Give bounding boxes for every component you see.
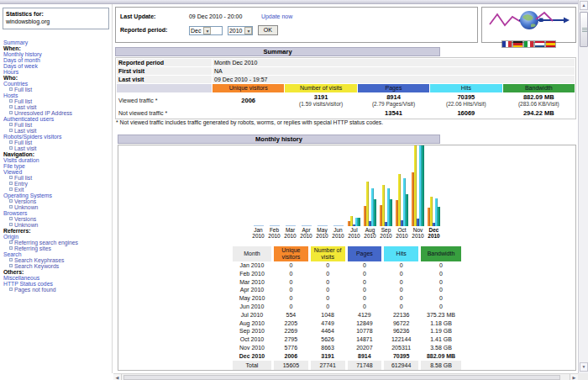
month-name: Apr: [298, 227, 314, 233]
summary-info-row: Reported periodMonth Dec 2010: [117, 59, 575, 66]
sidebar-item-versions[interactable]: Versions: [3, 216, 111, 222]
metric-sub-value: (2.79 Pages/Visit): [360, 101, 428, 108]
chart-bar-group: [410, 145, 426, 226]
language-flags: [482, 35, 575, 50]
table-cell: Nov 2010: [233, 344, 271, 352]
sidebar-item-full-list[interactable]: Full list: [3, 175, 111, 181]
sidebar-item-monthly-history[interactable]: Monthly history: [3, 51, 111, 57]
sidebar-item-label: Referring search engines: [14, 240, 78, 245]
horizontal-scrollbar[interactable]: ◀ ▶: [113, 373, 578, 380]
sidebar-item-last-visit[interactable]: Last visit: [3, 104, 111, 110]
flag-italy-icon[interactable]: [524, 41, 533, 47]
month-year: 2010: [410, 233, 426, 239]
sidebar-item-viewed[interactable]: Viewed: [3, 169, 111, 175]
sidebar-item-label: Navigation:: [3, 151, 34, 157]
table-cell: 0: [421, 294, 461, 303]
sidebar-item-full-list[interactable]: Full list: [3, 87, 111, 92]
chart-bar-group: [378, 145, 394, 226]
sidebar-item-miscellaneous[interactable]: Miscellaneous: [3, 275, 111, 281]
sidebar-item-summary[interactable]: Summary: [3, 40, 111, 45]
sidebar-item-days-of-week[interactable]: Days of week: [3, 63, 111, 69]
update-now-link[interactable]: Update now: [261, 13, 292, 19]
sidebar-item-http-status-codes[interactable]: HTTP Status codes: [3, 281, 111, 287]
info-label: First visit: [117, 67, 212, 75]
month-name: Jul: [346, 227, 362, 233]
sidebar-item-unknown[interactable]: Unknown: [3, 204, 111, 210]
monthly-history-table: MonthUnique visitorsNumber of visitsPage…: [230, 246, 464, 370]
table-cell: 0: [348, 270, 382, 278]
scroll-left-arrow-icon[interactable]: ◀: [113, 374, 122, 380]
sidebar-item-hours[interactable]: Hours: [3, 69, 111, 75]
sidebar-item-full-list[interactable]: Full list: [3, 98, 111, 104]
chart-month-group: Jan2010: [250, 145, 266, 240]
sidebar-item-file-type[interactable]: File type: [3, 163, 111, 169]
sidebar-item-exit[interactable]: Exit: [3, 187, 111, 193]
sidebar-item-authenticated-users[interactable]: Authenticated users: [3, 116, 111, 122]
year-select[interactable]: 2010▼: [228, 26, 253, 35]
sidebar-item-pages-not-found[interactable]: Pages not found: [3, 287, 111, 293]
table-cell: 1.18 GB: [421, 319, 461, 328]
vertical-scrollbar-thumb[interactable]: [580, 12, 588, 47]
sidebar-item-browsers[interactable]: Browsers: [3, 210, 111, 216]
sidebar-item-unresolved-ip-address[interactable]: Unresolved IP Address: [3, 110, 111, 116]
chart-month-group: Sep2010: [378, 145, 394, 240]
month-select[interactable]: Dec▼: [189, 26, 223, 35]
sidebar-item-referring-search-engines[interactable]: Referring search engines: [3, 240, 111, 245]
sidebar-section-header: Referrers:: [3, 228, 111, 234]
sidebar-item-hosts[interactable]: Hosts: [3, 92, 111, 98]
sidebar-item-referring-sites[interactable]: Referring sites: [3, 245, 111, 251]
table-cell: 22136: [384, 311, 418, 319]
table-cell: 14871: [348, 335, 382, 344]
bar-bandwidth-mb-: [406, 194, 408, 226]
month-year: 2010: [378, 233, 394, 239]
metric-value-cell: 8914(2.79 Pages/Visit): [358, 93, 429, 108]
table-cell: 0: [348, 286, 382, 294]
sidebar-item-label: Entry: [14, 181, 28, 187]
ok-button[interactable]: OK: [258, 25, 278, 35]
chart-month-label: Aug2010: [362, 227, 378, 240]
sidebar-item-visits-duration[interactable]: Visits duration: [3, 157, 111, 163]
scroll-down-arrow-icon[interactable]: ▼: [580, 362, 588, 372]
sidebar-item-full-list[interactable]: Full list: [3, 122, 111, 128]
zero-value-dash: [270, 225, 280, 226]
chart-month-group: Jun2010: [330, 145, 346, 240]
flag-netherlands-icon[interactable]: [535, 41, 544, 47]
scroll-up-arrow-icon[interactable]: ▲: [580, 1, 588, 10]
chart-month-group: Apr2010: [298, 145, 314, 240]
list-page-icon: [9, 129, 13, 132]
table-cell: 0: [348, 294, 382, 303]
table-cell: 20207: [348, 344, 382, 352]
sidebar-item-full-list[interactable]: Full list: [3, 140, 111, 145]
sidebar-item-origin[interactable]: Origin: [3, 234, 111, 240]
sidebar-item-unknown[interactable]: Unknown: [3, 222, 111, 228]
vertical-scrollbar[interactable]: ▲ ▼: [578, 0, 588, 373]
sidebar-item-entry[interactable]: Entry: [3, 181, 111, 187]
scroll-right-arrow-icon[interactable]: ▶: [570, 374, 578, 380]
monthly-history-title: Monthly history: [118, 135, 440, 144]
sidebar-item-last-visit[interactable]: Last visit: [3, 128, 111, 134]
sidebar-item-search-keywords[interactable]: Search Keywords: [3, 263, 111, 269]
sidebar-item-operating-systems[interactable]: Operating Systems: [3, 193, 111, 198]
sidebar-item-search[interactable]: Search: [3, 251, 111, 257]
table-cell: 1048: [311, 311, 345, 319]
flag-france-icon[interactable]: [502, 41, 512, 47]
info-value: 09 Dec 2010 - 19:57: [213, 76, 575, 83]
chevron-down-icon: ▼: [244, 27, 252, 34]
metric-main-value: 8914: [360, 93, 428, 101]
column-header: Unique visitors: [213, 84, 284, 92]
sidebar-item-search-keyphrases[interactable]: Search Keyphrases: [3, 257, 111, 263]
info-value: NA: [213, 67, 575, 75]
sidebar-item-days-of-month[interactable]: Days of month: [3, 57, 111, 63]
sidebar-item-versions[interactable]: Versions: [3, 198, 111, 204]
flag-germany-icon[interactable]: [513, 41, 522, 47]
table-cell: 0: [421, 278, 461, 287]
sidebar-item-label: Exit: [14, 187, 24, 193]
flag-spain-icon[interactable]: [546, 41, 555, 47]
sidebar-item-last-visit[interactable]: Last visit: [3, 145, 111, 151]
viewed-traffic-row: Viewed traffic *20063191(1.59 visits/vis…: [117, 93, 575, 108]
sidebar-item-robots-spiders-visitors[interactable]: Robots/Spiders visitors: [3, 134, 111, 140]
table-cell: 0: [421, 286, 461, 294]
table-cell: 96722: [384, 319, 418, 328]
sidebar-item-countries[interactable]: Countries: [3, 81, 111, 87]
horizontal-scrollbar-thumb[interactable]: [123, 375, 560, 380]
